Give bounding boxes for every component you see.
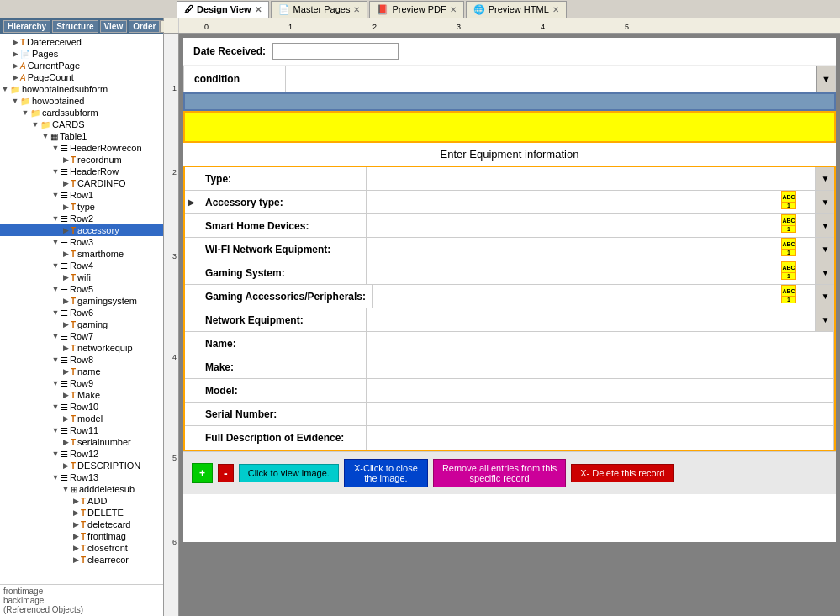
field-val-accessory-type[interactable]: ABC 1 [367,191,816,213]
tab-preview-html[interactable]: 🌐 Preview HTML ✕ [466,1,567,18]
field-val-gaming-accessories[interactable]: ABC 1 [373,285,816,308]
sidebar-item-delete[interactable]: ▶TDELETE [0,507,163,519]
sidebar-item-datereceived[interactable]: ▶TDatereceived [0,36,163,48]
sidebar-item-wifi[interactable]: ▶Twifi [0,271,163,283]
sidebar-item-add[interactable]: ▶TADD [0,495,163,507]
sidebar-item-gaming[interactable]: ▶Tgaming [0,319,163,330]
sidebar-item-adddeletesub[interactable]: ▼⊞adddeletesub [0,483,163,495]
sidebar-item-cards[interactable]: ▼📁CARDS [0,118,163,130]
sidebar-item-row13[interactable]: ▼☰Row13 [0,471,163,483]
field-val-serial-number[interactable] [367,403,834,425]
sidebar-item-serialnumber[interactable]: ▶Tserialnumber [0,436,163,448]
sidebar-item-pagecount[interactable]: ▶APageCount [0,71,163,83]
sidebar-item-name[interactable]: ▶Tname [0,366,163,377]
sidebar-item-closefront[interactable]: ▶Tclosefront [0,542,163,554]
wifi-dropdown-btn[interactable]: ▼ [816,238,834,261]
sidebar-item-row1[interactable]: ▼☰Row1 [0,189,163,201]
sidebar-item-pages[interactable]: ▶📄Pages [0,48,163,60]
sidebar-item-row12[interactable]: ▼☰Row12 [0,448,163,460]
sidebar-item-table1[interactable]: ▼▦Table1 [0,130,163,142]
gaming-system-dropdown-btn[interactable]: ▼ [816,261,834,284]
gaming-accessories-dropdown-btn[interactable]: ▼ [816,285,834,308]
yellow-banner [183,111,836,143]
sidebar-item-row10[interactable]: ▼☰Row10 [0,401,163,413]
sidebar-item-cardssubform[interactable]: ▼📁cardssubform [0,107,163,118]
condition-dropdown-btn[interactable]: ▼ [816,66,835,92]
icon-row10: ☰ [61,403,68,412]
sidebar-item-row2[interactable]: ▼☰Row2 [0,213,163,224]
sidebar-tab-structure[interactable]: Structure [52,20,98,33]
expand-icon-pagecount: ▶ [10,73,20,82]
close-master-tab[interactable]: ✕ [353,5,360,14]
sidebar-item-howobtainedsubform[interactable]: ▼📁howobtainedsubform [0,83,163,95]
sidebar-item-row11[interactable]: ▼☰Row11 [0,424,163,436]
expand-icon-delete: ▶ [71,508,81,517]
sidebar-item-headerrow[interactable]: ▼☰HeaderRow [0,166,163,177]
sidebar-item-recordnum[interactable]: ▶Trecordnum [0,154,163,166]
remove-entries-button[interactable]: Remove all entries from this specific re… [433,459,566,487]
date-received-input[interactable] [272,43,399,60]
field-val-wifi[interactable]: ABC 1 [367,238,816,261]
sidebar-item-cardinfo[interactable]: ▶TCARDINFO [0,177,163,189]
sidebar-item-accessory[interactable]: ▶Taccessory [0,224,163,236]
sidebar-tab-view[interactable]: View [100,20,128,33]
tab-master-pages[interactable]: 📄 Master Pages ✕ [271,1,368,18]
label-headerrow: HeaderRow [70,166,119,176]
sidebar-item-clearrecor[interactable]: ▶Tclearrecor [0,554,163,566]
sidebar-item-make[interactable]: ▶TMake [0,389,163,401]
field-val-network-equipment[interactable] [367,308,816,331]
view-image-button[interactable]: Click to view image. [239,464,339,482]
sidebar-item-howobtained[interactable]: ▼📁howobtained [0,95,163,107]
add-button[interactable]: + [192,463,213,483]
close-html-tab[interactable]: ✕ [552,5,559,14]
icon-row5: ☰ [61,285,68,294]
gaming-system-abc-badge: ABC 1 [781,261,796,280]
accessory-dropdown-btn[interactable]: ▼ [816,191,834,213]
remove-button[interactable]: - [218,464,234,482]
sidebar-tab-order[interactable]: Order [129,20,160,33]
label-howobtained: howobtained [32,96,84,106]
sidebar-item-deletecard[interactable]: ▶Tdeletecard [0,519,163,530]
close-design-tab[interactable]: ✕ [255,5,262,14]
sidebar-item-row8[interactable]: ▼☰Row8 [0,354,163,366]
label-howobtainedsubform: howobtainedsubform [22,84,108,94]
sidebar-item-row7[interactable]: ▼☰Row7 [0,330,163,342]
sidebar-item-row4[interactable]: ▼☰Row4 [0,260,163,271]
sidebar-item-currentpage[interactable]: ▶ACurrentPage [0,60,163,71]
field-val-gaming-system[interactable]: ABC 1 [367,261,816,284]
sidebar-item-model[interactable]: ▶Tmodel [0,413,163,424]
expand-icon-headerrow: ▼ [50,167,61,176]
field-val-model[interactable] [367,379,834,402]
sidebar-item-gamingsystem[interactable]: ▶Tgamingsystem [0,295,163,307]
sidebar-item-row3[interactable]: ▼☰Row3 [0,236,163,248]
type-dropdown-btn[interactable]: ▼ [816,167,834,190]
sidebar-item-headerrowrecon[interactable]: ▼☰HeaderRowrecon [0,142,163,154]
sidebar-item-description[interactable]: ▶TDESCRIPTION [0,460,163,471]
network-equipment-dropdown-btn[interactable]: ▼ [816,308,834,331]
sidebar-tab-hierarchy[interactable]: Hierarchy [3,20,50,33]
sidebar-item-type[interactable]: ▶Ttype [0,201,163,213]
field-val-type[interactable] [367,167,816,190]
field-val-name[interactable] [367,332,834,355]
sidebar-item-networkequip[interactable]: ▶Tnetworkequip [0,342,163,354]
sidebar-item-row9[interactable]: ▼☰Row9 [0,377,163,389]
tab-design-view[interactable]: 🖊 Design View ✕ [177,1,269,18]
sidebar-item-frontimage[interactable]: ▶Tfrontimag [0,530,163,542]
tab-preview-pdf[interactable]: 📕 Preview PDF ✕ [369,1,463,18]
icon-add: T [81,497,86,506]
field-val-smarthome[interactable]: ABC 1 [367,214,816,237]
close-image-button[interactable]: X-Click to close the image. [344,459,428,487]
field-label-network-equipment: Network Equipment: [198,308,367,331]
close-pdf-tab[interactable]: ✕ [450,5,457,14]
label-datereceived: Datereceived [27,37,82,47]
field-val-description[interactable] [367,426,834,450]
sidebar-item-row5[interactable]: ▼☰Row5 [0,283,163,295]
sidebar-item-smarthome[interactable]: ▶Tsmarthome [0,248,163,260]
expand-icon-currentpage: ▶ [10,61,20,70]
field-label-smarthome: Smart Home Devices: [198,214,367,237]
field-val-make[interactable] [367,355,834,378]
smarthome-dropdown-btn[interactable]: ▼ [816,214,834,237]
delete-record-button[interactable]: X- Delete this record [571,464,674,482]
sidebar-item-row6[interactable]: ▼☰Row6 [0,307,163,319]
sidebar-header: Hierarchy Structure View Order ▲ ▼ ✕ [0,18,163,34]
